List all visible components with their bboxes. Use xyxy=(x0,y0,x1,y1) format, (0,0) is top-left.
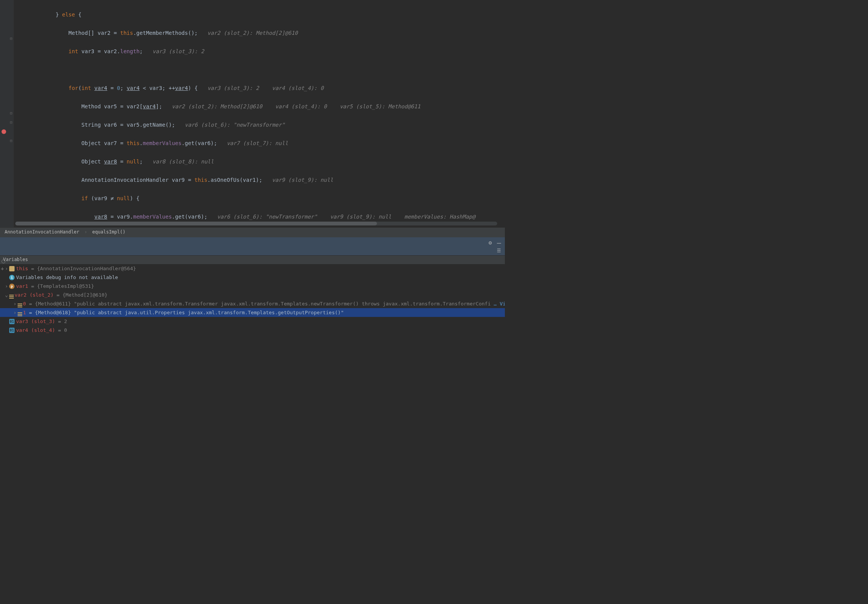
primitive-icon: 01 xyxy=(9,319,15,324)
fold-marker[interactable]: ⊟ xyxy=(9,120,13,124)
scrollbar-thumb[interactable] xyxy=(15,222,377,225)
variable-name: this xyxy=(16,266,28,271)
variable-row[interactable]: ›1 = {Method@618} "public abstract java.… xyxy=(0,308,505,317)
debug-tool-strip: ⚙ — ☰ xyxy=(0,237,505,256)
variable-name: 0 xyxy=(23,301,26,307)
primitive-icon: 01 xyxy=(9,328,15,333)
param-icon: p xyxy=(9,284,15,289)
element-icon xyxy=(18,312,23,313)
menu-icon[interactable]: ☰ xyxy=(497,248,501,253)
plus-icon[interactable]: + xyxy=(1,266,4,272)
fold-marker[interactable]: ⊟ xyxy=(9,139,13,143)
minimize-icon[interactable]: — xyxy=(497,239,501,247)
variable-info-text: Variables debug info not available xyxy=(16,274,118,280)
variable-name: 1 xyxy=(23,310,26,315)
variable-row[interactable]: ›pvar1 = {TemplatesImpl@531} xyxy=(0,282,505,291)
variable-row[interactable]: ⌄var2 (slot_2) = {Method[2]@610} xyxy=(0,291,505,299)
variable-row[interactable]: ›0 = {Method@611} "public abstract javax… xyxy=(0,299,505,308)
variable-row[interactable]: 01var4 (slot_4) = 0 xyxy=(0,326,505,335)
expand-toggle[interactable]: › xyxy=(4,266,9,271)
code-content[interactable]: } else { Method[] var2 = this.getMemberM… xyxy=(14,0,505,227)
object-icon xyxy=(9,266,15,271)
variables-panel-header: Variables xyxy=(0,256,505,264)
fold-marker[interactable]: ⊟ xyxy=(9,111,13,115)
breadcrumb[interactable]: AnnotationInvocationHandler › equalsImpl… xyxy=(0,227,505,237)
expand-toggle[interactable]: › xyxy=(4,283,9,289)
variable-row[interactable]: 01var3 (slot_3) = 2 xyxy=(0,317,505,326)
variables-tree[interactable]: ›this = {AnnotationInvocationHandler@564… xyxy=(0,264,505,335)
breadcrumb-class[interactable]: AnnotationInvocationHandler xyxy=(5,229,79,235)
gear-icon[interactable]: ⚙ xyxy=(489,240,492,246)
variable-row[interactable]: ›this = {AnnotationInvocationHandler@564… xyxy=(0,264,505,273)
horizontal-scrollbar[interactable] xyxy=(15,222,497,225)
breadcrumb-method[interactable]: equalsImpl() xyxy=(92,229,126,235)
variable-name: var3 (slot_3) xyxy=(16,318,55,324)
editor-gutter: ⊟ ⊟ ⊟ ⊟ xyxy=(0,0,14,227)
watch-icon[interactable] xyxy=(2,260,5,263)
view-link[interactable]: … View xyxy=(494,301,505,307)
array-icon xyxy=(9,294,15,295)
variable-name: var1 xyxy=(16,283,28,289)
element-icon xyxy=(18,303,23,304)
code-editor[interactable]: ⊟ ⊟ ⊟ ⊟ } else { Method[] var2 = this.ge… xyxy=(0,0,505,227)
fold-marker[interactable]: ⊟ xyxy=(9,36,13,41)
info-icon: i xyxy=(9,275,15,280)
variable-row[interactable]: iVariables debug info not available xyxy=(0,273,505,282)
chevron-right-icon: › xyxy=(84,229,87,235)
expand-toggle[interactable]: ⌄ xyxy=(4,292,9,298)
breakpoint-icon[interactable] xyxy=(2,129,6,134)
expand-toggle[interactable]: › xyxy=(12,301,18,307)
variable-name: var2 (slot_2) xyxy=(15,292,54,298)
expand-toggle[interactable]: › xyxy=(12,310,18,315)
variable-name: var4 (slot_4) xyxy=(16,327,55,333)
